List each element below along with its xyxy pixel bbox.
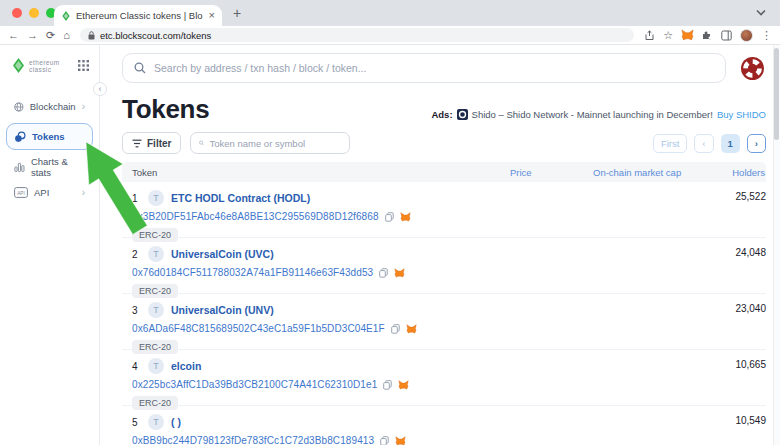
pagination-prev-button[interactable]: ‹ xyxy=(694,134,713,153)
page-scrollbar[interactable] xyxy=(773,45,780,445)
copy-icon[interactable] xyxy=(379,268,388,278)
price-cell xyxy=(510,406,593,445)
page-title: Tokens xyxy=(122,94,209,125)
close-tab-icon[interactable]: × xyxy=(209,10,215,21)
token-cell: 4 T elcoin 0x225bc3AffC1Da39Bd3CB2100C74… xyxy=(122,350,510,410)
token-address-link[interactable]: 0x225bc3AffC1Da39Bd3CB2100C74A41C62310D1… xyxy=(132,379,377,390)
shido-logo-icon xyxy=(457,109,468,120)
sidebar-item-blockchain[interactable]: Blockchain › xyxy=(8,95,91,118)
network-selector-icon[interactable] xyxy=(739,55,766,82)
sidebar-item-api[interactable]: API API › xyxy=(8,181,91,204)
global-search-bar[interactable] xyxy=(122,53,726,83)
ads-label: Ads: xyxy=(431,109,452,120)
metamask-icon[interactable] xyxy=(406,324,417,334)
address-bar[interactable]: etc.blockscout.com/tokens xyxy=(80,28,634,42)
token-search-input[interactable] xyxy=(209,138,341,149)
metamask-icon[interactable] xyxy=(681,29,694,41)
new-tab-button[interactable]: + xyxy=(233,5,241,21)
token-address-link[interactable]: 0x6ADa6F48C815689502C43eC1a59F1b5DD3C04E… xyxy=(132,323,385,334)
metamask-icon[interactable] xyxy=(400,212,411,222)
table-row: 1 T ETC HODL Contract (HODL) 0x3B20DF51F… xyxy=(122,182,766,238)
reload-icon[interactable]: ⟳ xyxy=(46,30,55,41)
window-controls xyxy=(12,8,56,18)
browser-tabstrip: Ethereum Classic tokens | Blo × + xyxy=(0,0,780,26)
browser-menu-icon[interactable]: ⋮ xyxy=(761,30,772,41)
main-content: Tokens Ads: Shido – Shido Network - Main… xyxy=(100,45,780,445)
etc-favicon-icon xyxy=(61,11,71,21)
row-index: 1 xyxy=(132,193,141,204)
pagination-current-page: 1 xyxy=(721,134,740,153)
token-name-link[interactable]: elcoin xyxy=(171,360,201,372)
apps-grid-icon[interactable] xyxy=(78,60,89,71)
sidebar-collapse-button[interactable]: ‹ xyxy=(93,82,107,96)
metamask-icon[interactable] xyxy=(398,380,409,390)
column-header-holders[interactable]: Holders xyxy=(727,167,766,178)
global-search-input[interactable] xyxy=(154,62,714,74)
forward-icon[interactable]: → xyxy=(27,30,38,41)
etc-logo-text: ethereum classic xyxy=(29,59,60,73)
close-window-button[interactable] xyxy=(12,8,22,18)
search-tabs-chevron-icon[interactable] xyxy=(756,9,766,16)
copy-icon[interactable] xyxy=(380,436,389,445)
browser-toolbar: ← → ⟳ ⌂ etc.blockscout.com/tokens ☆ xyxy=(0,26,780,45)
sidebar-item-tokens[interactable]: Tokens xyxy=(6,123,93,150)
toolbar-extensions: ☆ ⋮ xyxy=(644,29,772,42)
token-cell: 5 T ( ) 0xBB9bc244D798123fDe783fCc1C72d3… xyxy=(122,406,510,445)
url-text: etc.blockscout.com/tokens xyxy=(100,30,211,41)
sidebar-nav: Blockchain › Tokens Charts & stats xyxy=(0,95,99,204)
price-cell xyxy=(510,294,593,354)
token-address-link[interactable]: 0x3B20DF51FAbc46e8A8BE13C295569D88D12f68… xyxy=(132,211,379,222)
tokens-table: Token Price On-chain market cap Holders … xyxy=(122,162,766,445)
token-address-link[interactable]: 0xBB9bc244D798123fDe783fCc1C72d3Bb8C1894… xyxy=(132,435,374,445)
metamask-icon[interactable] xyxy=(394,268,405,278)
market-cap-cell xyxy=(593,406,727,445)
profile-avatar[interactable] xyxy=(740,29,753,42)
bar-chart-icon xyxy=(14,161,25,173)
share-icon[interactable] xyxy=(644,30,655,41)
browser-tab[interactable]: Ethereum Classic tokens | Blo × xyxy=(54,5,222,26)
scrollbar-thumb[interactable] xyxy=(774,48,779,140)
minimize-window-button[interactable] xyxy=(29,8,39,18)
token-avatar: T xyxy=(148,358,164,374)
column-header-token: Token xyxy=(122,167,510,178)
token-name-link[interactable]: ( ) xyxy=(171,416,181,428)
token-address-link[interactable]: 0x76d0184CF511788032A74a1FB91146e63F43dd… xyxy=(132,267,373,278)
copy-icon[interactable] xyxy=(391,324,400,334)
search-icon xyxy=(199,138,204,148)
token-name-link[interactable]: ETC HODL Contract (HODL) xyxy=(171,192,310,204)
row-index: 3 xyxy=(132,305,141,316)
etc-logo[interactable]: ethereum classic xyxy=(0,45,99,77)
etc-logo-icon xyxy=(12,58,25,73)
token-avatar: T xyxy=(148,302,164,318)
price-cell xyxy=(510,182,593,242)
bookmark-star-icon[interactable]: ☆ xyxy=(663,30,673,41)
holders-cell: 25,522 xyxy=(727,182,766,242)
copy-icon[interactable] xyxy=(383,380,392,390)
token-name-link[interactable]: UniversalCoin (UVC) xyxy=(171,248,274,260)
column-header-market-cap[interactable]: On-chain market cap xyxy=(593,167,727,178)
token-name-link[interactable]: UniversalCoin (UNV) xyxy=(171,304,274,316)
extensions-puzzle-icon[interactable] xyxy=(702,30,713,41)
home-icon[interactable]: ⌂ xyxy=(63,30,70,41)
ads-buy-link[interactable]: Buy SHIDO xyxy=(717,109,766,120)
sidebar-item-charts-stats[interactable]: Charts & stats xyxy=(8,155,91,178)
pagination-next-button[interactable]: › xyxy=(747,134,766,153)
ads-text: Shido – Shido Network - Mainnet launchin… xyxy=(472,109,713,120)
token-search-bar[interactable] xyxy=(190,132,350,154)
sidebar-item-label: API xyxy=(34,187,49,198)
side-panel-icon[interactable] xyxy=(721,30,732,41)
token-avatar: T xyxy=(148,246,164,262)
holders-cell: 24,048 xyxy=(727,238,766,298)
price-cell xyxy=(510,350,593,410)
pagination-first-button[interactable]: First xyxy=(653,134,687,153)
copy-icon[interactable] xyxy=(385,212,394,222)
back-icon[interactable]: ← xyxy=(8,30,19,41)
pagination: First ‹ 1 › xyxy=(653,134,766,153)
row-index: 2 xyxy=(132,249,141,260)
table-row: 4 T elcoin 0x225bc3AffC1Da39Bd3CB2100C74… xyxy=(122,350,766,406)
filter-button[interactable]: Filter xyxy=(122,132,181,154)
column-header-price[interactable]: Price xyxy=(510,167,593,178)
api-icon: API xyxy=(14,187,28,198)
tab-title: Ethereum Classic tokens | Blo xyxy=(76,10,204,21)
metamask-icon[interactable] xyxy=(395,436,406,445)
